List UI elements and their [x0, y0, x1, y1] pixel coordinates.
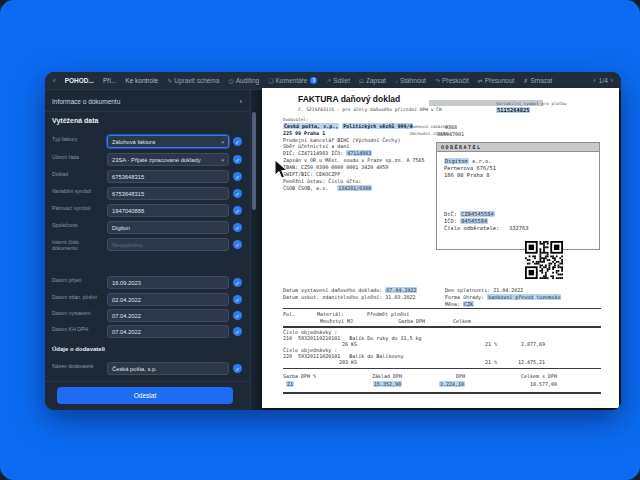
- supplier-section-title: Údaje o dodavateli: [52, 346, 105, 352]
- bank-head: Peněžní ústav: Číslo účtu:: [283, 178, 361, 184]
- supplier-name: Česká pošta, s.p.,: [283, 123, 339, 129]
- write-icon: ⊡: [359, 77, 364, 84]
- datum-prijeti-input[interactable]: 16.09.2023: [107, 276, 229, 289]
- customer-number-label: Číslo odběratele:: [444, 225, 499, 231]
- summary-header-base: Základ DPH: [347, 373, 402, 379]
- auditing-button[interactable]: ◷ Auditing: [228, 77, 259, 84]
- download-icon: ↓: [395, 78, 398, 84]
- confirm-field-button[interactable]: ✓: [233, 189, 242, 198]
- datum-kh-dph-input[interactable]: 07.04.2022: [107, 325, 229, 338]
- edit-schema-button[interactable]: ✎ Upravit schéma: [167, 77, 219, 84]
- tab-pohoda[interactable]: POHOD...: [65, 77, 94, 84]
- summary-rate: 21: [286, 381, 294, 387]
- app-window: ‹ POHOD... Při... Ke kontrole ✎ Upravit …: [45, 72, 621, 410]
- move-icon: ⇄: [478, 77, 483, 84]
- summary-header-total: Celkem s DPH: [502, 373, 557, 379]
- confirm-field-button[interactable]: ✓: [233, 311, 242, 320]
- invoice-subtitle: č. 5215263115 - pro účely daňového přizn…: [298, 107, 442, 112]
- write-button[interactable]: ⊡ Zapsat: [359, 77, 386, 84]
- pager-next-icon[interactable]: ›: [611, 77, 613, 84]
- items-header-qty: Množství MJ: [320, 318, 353, 324]
- divider: [283, 308, 601, 309]
- confirm-field-button[interactable]: ✓: [233, 223, 242, 232]
- items-header-pol: Pol.: [283, 311, 295, 317]
- back-button[interactable]: ‹: [53, 76, 56, 85]
- send-button[interactable]: Odeslat: [57, 387, 233, 404]
- move-button[interactable]: ⇄ Přesunout: [478, 77, 515, 84]
- ref1-value: 0368: [445, 124, 457, 130]
- divider: [283, 392, 601, 394]
- datum-zdan-plneni-input[interactable]: 02.04.2022: [107, 293, 229, 306]
- edit-icon: ✎: [167, 77, 172, 84]
- share-icon: ↗: [326, 77, 331, 84]
- ref2-value: 365047001: [437, 131, 464, 137]
- supplier-city: 225 99 Praha 1: [283, 130, 325, 136]
- delete-button[interactable]: ✗ Smazat: [523, 77, 552, 84]
- confirm-field-button[interactable]: ✓: [233, 364, 242, 373]
- supplier-street: Politických vězňů 909/4: [342, 123, 413, 129]
- payment-method: bankovní převod tuzemsko: [487, 294, 561, 300]
- issued-label: Datum vystavení daňového dokladu:: [283, 287, 382, 293]
- field-row-datum-zdan-plneni: Datum zdan. plnění 02.04.2022 ✓: [45, 293, 250, 306]
- download-button[interactable]: ↓ Stáhnout: [395, 77, 426, 84]
- document-info-header[interactable]: Informace o dokumentu ›: [52, 98, 242, 105]
- vs-label: Variabilní symbol pro platbu: [496, 101, 567, 106]
- tab-prijate[interactable]: Při...: [103, 77, 116, 84]
- interni-cislo-input[interactable]: Nevyplněno: [107, 238, 229, 251]
- field-row-nazev-dodavatele: Název dodavatele Česká pošta, s.p. ✓: [45, 362, 250, 375]
- doklad-input[interactable]: 6753648315: [107, 170, 229, 183]
- skip-icon: ↷: [435, 77, 440, 84]
- due-label: Den splatnosti:: [445, 287, 490, 293]
- datum-vystaveni-input[interactable]: 07.04.2022: [107, 309, 229, 322]
- confirm-field-button[interactable]: ✓: [233, 278, 242, 287]
- ucetni-rada-select[interactable]: 23SA - Přijaté zpracované doklady▾: [107, 153, 229, 166]
- confirm-field-button[interactable]: ✓: [233, 137, 242, 146]
- customer-city: 186 00 Praha 8: [444, 172, 489, 178]
- pager-prev-icon[interactable]: ‹: [594, 77, 596, 84]
- desktop-background: ‹ POHOD... Při... Ke kontrole ✎ Upravit …: [0, 0, 640, 480]
- spolecnost-input[interactable]: Digiton: [107, 221, 229, 234]
- supplier-label: Dodavatel:: [283, 117, 308, 122]
- confirm-field-button[interactable]: ✓: [233, 327, 242, 336]
- summary-vat: 3.224,10: [439, 381, 465, 387]
- items-header-subject: Předmět plnění: [367, 311, 409, 317]
- mouse-cursor: [274, 160, 290, 180]
- customer-dic: CZ04545584: [460, 211, 494, 217]
- item-total: 2.877,69: [495, 341, 545, 347]
- pager-value: 1/4: [599, 77, 608, 84]
- vs-value: 5115264825: [496, 107, 530, 113]
- divider: [45, 381, 250, 382]
- customer-name: Digiton: [444, 158, 469, 164]
- summary-header-vat: DPH: [427, 373, 465, 379]
- taxable-label: Datum uskut. zdanitelného plnění:: [283, 294, 382, 300]
- share-button[interactable]: ↗ Sdílet: [326, 77, 350, 84]
- skip-button[interactable]: ↷ Přeskočit: [435, 77, 469, 84]
- field-row-typ-faktury: Typ faktury Zálohová faktura▾ ✓: [45, 135, 250, 148]
- extracted-data-title: Vytěžená data: [52, 117, 98, 124]
- confirm-field-button[interactable]: ✓: [233, 172, 242, 181]
- tab-ke-kontrole[interactable]: Ke kontrole: [125, 77, 158, 84]
- confirm-field-button[interactable]: ✓: [233, 155, 242, 164]
- parovaci-symbol-input[interactable]: 1947040888: [107, 204, 229, 217]
- field-row-datum-prijeti: Datum přijetí 16.09.2023 ✓: [45, 276, 250, 289]
- field-row-datum-kh-dph: Datum KH DPH 07.04.2022 ✓: [45, 325, 250, 338]
- confirm-field-button[interactable]: ✓: [233, 295, 242, 304]
- scrollbar-thumb[interactable]: [252, 112, 256, 210]
- item-vat: 21 %: [462, 359, 497, 365]
- customer-number: 332763: [509, 225, 528, 231]
- divider: [283, 326, 601, 328]
- comments-button[interactable]: ❏ Komentáře 3: [268, 77, 317, 84]
- typ-faktury-select[interactable]: Zálohová faktura▾: [107, 135, 229, 148]
- confirm-field-button[interactable]: ✓: [233, 240, 242, 249]
- nazev-dodavatele-input[interactable]: Česká pošta, s.p.: [107, 362, 229, 375]
- field-row-variabilni-symbol: Variabilní symbol 6753648315 ✓: [45, 187, 250, 200]
- field-row-parovaci-symbol: Párovací symbol 1947040888 ✓: [45, 204, 250, 217]
- confirm-field-button[interactable]: ✓: [233, 206, 242, 215]
- bank-account: 134201/0300: [337, 185, 372, 191]
- variabilni-symbol-input[interactable]: 6753648315: [107, 187, 229, 200]
- chevron-down-icon: ▾: [221, 157, 224, 163]
- chevron-down-icon: ▾: [221, 139, 224, 145]
- invoice-page[interactable]: FAKTURA daňový doklad č. 5215263115 - pr…: [262, 88, 619, 408]
- customer-ico: 04545584: [460, 218, 488, 224]
- item-vat: 21 %: [462, 341, 497, 347]
